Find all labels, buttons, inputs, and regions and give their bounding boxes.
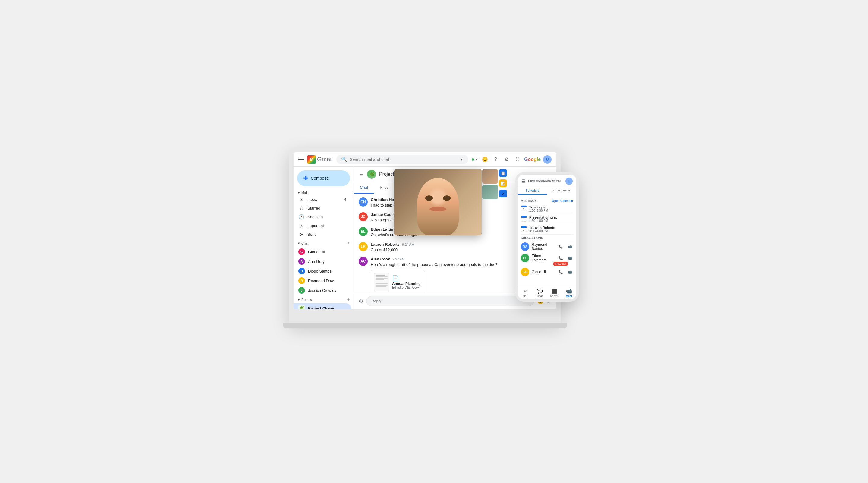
menu-icon[interactable] bbox=[299, 158, 304, 161]
mail-section-header: ▼ Mail bbox=[293, 190, 353, 195]
side-action-icons: 📋 📝 ✓ bbox=[499, 169, 507, 198]
thumb-2-bg bbox=[482, 185, 498, 199]
status-indicator[interactable]: ▼ bbox=[472, 158, 478, 161]
phone-tabs: Schedule Join a meeting bbox=[518, 187, 576, 195]
rooms-collapse[interactable]: ▼ Rooms bbox=[297, 298, 312, 302]
topbar-icons: ▼ 😊 ? ⚙ ⠿ Google U bbox=[472, 155, 552, 164]
ann-avatar: A bbox=[299, 258, 305, 265]
sidebar-item-snoozed[interactable]: 🕐 Snoozed bbox=[293, 213, 351, 221]
meeting-info: 1:1 with Roberto 3:30–4:00 PM bbox=[529, 226, 573, 233]
add-room-button[interactable]: + bbox=[347, 296, 350, 303]
emoji-icon[interactable]: 😊 bbox=[481, 155, 489, 164]
pnav-mail-label: Mail bbox=[523, 295, 528, 298]
inbox-count: 4 bbox=[344, 198, 346, 202]
jessica-label: Jessica Crowlev bbox=[308, 288, 336, 293]
meeting-item-team-sync[interactable]: 2 Team sync 2:00–2:30 PM bbox=[521, 204, 573, 214]
sidebar-item-diogo[interactable]: D Diogo Santos bbox=[293, 266, 351, 276]
meetings-section-title: MEETINGS Open Calendar bbox=[521, 199, 573, 203]
phone-menu-icon[interactable]: ☰ bbox=[521, 179, 526, 184]
sidebar-item-sent[interactable]: ➤ Sent bbox=[293, 230, 351, 239]
meeting-item-1on1[interactable]: 3 1:1 with Roberto 3:30–4:00 PM bbox=[521, 224, 573, 235]
gloria-sugg-avatar: GH bbox=[521, 268, 529, 276]
phone-user-avatar[interactable]: U bbox=[565, 178, 572, 185]
raymond-video-btn[interactable]: 📹 bbox=[566, 243, 573, 250]
cal-day: 3 bbox=[521, 228, 527, 232]
ethan-video-btn[interactable]: 📹 bbox=[566, 254, 573, 262]
sent-icon: ➤ bbox=[299, 232, 304, 237]
meeting-info: Presentation prep 1:30–4:00 PM bbox=[529, 216, 573, 222]
sidebar-item-starred[interactable]: ☆ Starred bbox=[293, 204, 351, 213]
note-side-icon[interactable]: 📝 bbox=[499, 179, 507, 187]
mail-collapse[interactable]: ▼ Mail bbox=[297, 191, 307, 194]
doc-sub: Edited by Alan Cook bbox=[392, 286, 422, 289]
cal-icon-team-sync: 2 bbox=[521, 205, 527, 211]
compose-plus-icon: ✚ bbox=[303, 175, 308, 182]
msg-sender: Lauren Roberts bbox=[371, 242, 400, 247]
cal-icon-1on1: 3 bbox=[521, 226, 527, 232]
phone-tab-join[interactable]: Join a meeting bbox=[547, 187, 576, 195]
thumb-2 bbox=[482, 185, 498, 199]
lr-avatar: LR bbox=[359, 242, 368, 251]
suggestions-title: SUGGESTIONS bbox=[521, 236, 573, 240]
sidebar-item-jessica[interactable]: J Jessica Crowlev bbox=[293, 285, 351, 295]
search-dropdown-icon[interactable]: ▼ bbox=[460, 157, 463, 161]
tab-files[interactable]: Files bbox=[374, 182, 394, 193]
sidebar-item-project-clover[interactable]: 🌿 Project Clover bbox=[293, 303, 351, 309]
phone-search-text[interactable]: Find someone to call bbox=[528, 179, 563, 183]
green-dot bbox=[472, 158, 474, 161]
phone-tab-schedule[interactable]: Schedule bbox=[518, 187, 547, 195]
gloria-call-btn[interactable]: 📞 bbox=[557, 268, 564, 276]
back-button[interactable]: ← bbox=[359, 171, 364, 178]
msg-time: 9:24 AM bbox=[402, 243, 414, 246]
tab-chat[interactable]: Chat bbox=[354, 182, 374, 193]
doc-preview[interactable]: 📄 Annual Planning Edited by Alan Cook bbox=[371, 270, 425, 293]
chat-collapse[interactable]: ▼ Chat bbox=[297, 241, 308, 245]
el-avatar: EL bbox=[359, 227, 368, 236]
diogo-label: Diogo Santos bbox=[308, 269, 332, 273]
pnav-rooms[interactable]: ⬛ Rooms bbox=[547, 286, 562, 299]
search-input[interactable] bbox=[350, 157, 457, 162]
meeting-name: Presentation prep bbox=[529, 216, 573, 219]
important-icon: ▷ bbox=[299, 223, 304, 229]
compose-button[interactable]: ✚ Compose bbox=[297, 170, 350, 186]
tasks-side-icon[interactable]: ✓ bbox=[499, 190, 507, 198]
raymond-call-btn[interactable]: 📞 bbox=[557, 243, 564, 250]
doc-thumbnail bbox=[374, 273, 389, 291]
project-clover-label: Project Clover bbox=[308, 306, 335, 309]
raymond-actions: 📞 📹 bbox=[557, 243, 573, 250]
search-bar[interactable]: 🔍 ▼ bbox=[336, 155, 468, 164]
meeting-time: 1:30–4:00 PM bbox=[529, 219, 573, 222]
add-attachment-icon[interactable]: ⊕ bbox=[359, 298, 363, 304]
sidebar-item-ann[interactable]: A Ann Gray bbox=[293, 256, 351, 266]
sidebar-item-inbox[interactable]: ✉ Inbox 4 bbox=[293, 195, 351, 204]
ethan-actions: 📞 New call 📹 bbox=[557, 254, 573, 262]
open-calendar-link[interactable]: Open Calendar bbox=[552, 199, 573, 203]
search-icon: 🔍 bbox=[341, 156, 347, 162]
doc-title: Annual Planning bbox=[392, 281, 422, 286]
pnav-chat[interactable]: 💬 Chat bbox=[532, 286, 547, 299]
cal-day: 1 bbox=[521, 218, 527, 221]
calendar-side-icon[interactable]: 📋 bbox=[499, 169, 507, 177]
meeting-item-presentation[interactable]: 1 Presentation prep 1:30–4:00 PM bbox=[521, 214, 573, 224]
pnav-mail[interactable]: ✉ Mail bbox=[518, 286, 532, 299]
gmail-text: Gmail bbox=[317, 156, 333, 163]
sidebar-item-gloria[interactable]: G Gloria Hill bbox=[293, 247, 351, 256]
user-avatar[interactable]: U bbox=[543, 155, 552, 164]
ethan-call-btn[interactable]: 📞 New call bbox=[557, 254, 564, 262]
gloria-video-btn[interactable]: 📹 bbox=[566, 268, 573, 276]
pnav-meet[interactable]: 📹 Meet bbox=[562, 286, 577, 299]
help-icon[interactable]: ? bbox=[492, 155, 500, 164]
topbar: M Gmail 🔍 ▼ ▼ 😊 ? bbox=[293, 152, 556, 167]
sidebar-item-raymond[interactable]: R Raymond Dow bbox=[293, 276, 351, 285]
reply-input[interactable] bbox=[366, 296, 534, 306]
sidebar-item-important[interactable]: ▷ Important bbox=[293, 221, 351, 230]
apps-icon[interactable]: ⠿ bbox=[513, 155, 522, 164]
gloria-sugg-name: Gloria Hill bbox=[532, 270, 555, 274]
google-logo: Google bbox=[524, 157, 541, 162]
compose-label: Compose bbox=[311, 176, 329, 181]
settings-icon[interactable]: ⚙ bbox=[502, 155, 511, 164]
room-avatar: 🌿 bbox=[367, 170, 376, 179]
add-chat-button[interactable]: + bbox=[347, 240, 350, 246]
eye-left bbox=[425, 195, 433, 201]
important-label: Important bbox=[307, 223, 324, 228]
